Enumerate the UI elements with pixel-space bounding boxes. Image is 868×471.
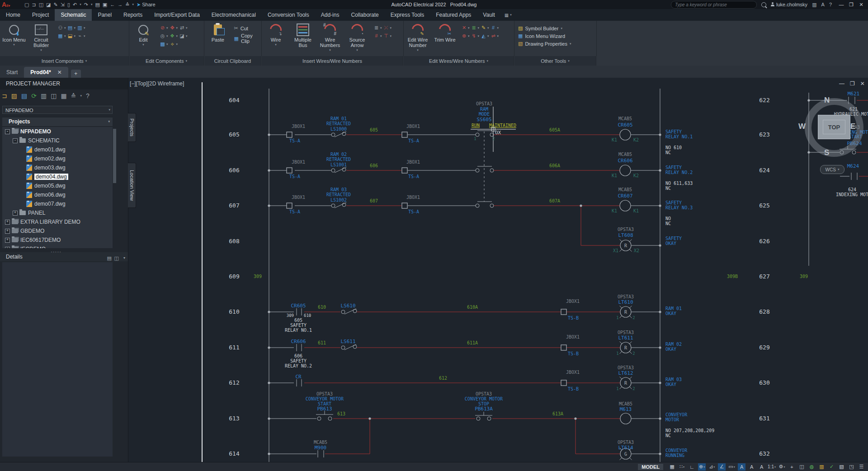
tree-scrollbar[interactable] xyxy=(113,128,117,247)
chevron-down-icon[interactable]: ▾ xyxy=(123,254,125,263)
autoscale-icon[interactable]: A xyxy=(748,463,755,471)
multiple-bus-button[interactable]: Multiple Bus xyxy=(290,24,316,48)
ribbon-tab-featured-apps[interactable]: Featured Apps xyxy=(430,9,477,21)
ribbon-tab-reports[interactable]: Reports xyxy=(118,9,148,21)
search-icon[interactable] xyxy=(761,2,766,7)
icon-menu-wizard-button[interactable]: ▦Icon Menu Wizard xyxy=(518,33,571,39)
drawing-list-report-icon[interactable]: ▦ xyxy=(61,92,66,99)
forward-icon[interactable]: → xyxy=(118,1,123,8)
insert-footprint-icon[interactable]: ▥▾ xyxy=(76,24,85,31)
ribbon-tab-add-ins[interactable]: Add-ins xyxy=(315,9,345,21)
refresh-icon[interactable]: ⟳ xyxy=(31,92,37,99)
annotation-scale-icon[interactable]: A xyxy=(758,463,765,471)
redo-icon-dropdown[interactable]: ▾ xyxy=(91,3,93,6)
save-all-icon[interactable]: ✎ xyxy=(53,1,57,8)
fullscreen-icon[interactable]: ◳ xyxy=(848,463,855,471)
viewport-controls[interactable]: [−][Top][2D Wireframe] xyxy=(130,80,184,87)
clean-screen-icon[interactable]: ▧ xyxy=(838,463,845,471)
alerts-icon[interactable]: A xyxy=(821,2,825,8)
delete-component-icon[interactable]: ⊘▾ xyxy=(159,24,168,31)
saveas-icon[interactable]: ◪ xyxy=(46,1,51,8)
tree-item-demo01dwg[interactable]: demo01.dwg xyxy=(2,145,113,154)
move-wire-number-icon[interactable]: #▾ xyxy=(490,24,499,31)
wire-cross-icon[interactable]: ⤬▾ xyxy=(383,24,392,31)
ladder-icon[interactable]: ≣▾ xyxy=(373,24,382,31)
source-arrow-button[interactable]: ◔Source Arrow▾ xyxy=(344,24,370,52)
attribute-table-icon[interactable]: ▩▾ xyxy=(159,41,168,47)
tree-item-demo07dwg[interactable]: demo07.dwg xyxy=(2,199,113,208)
undo-icon-dropdown[interactable]: ▾ xyxy=(80,3,81,6)
scoot-icon[interactable]: ⇄▾ xyxy=(179,24,188,31)
undo-icon[interactable]: ↶ xyxy=(73,1,77,8)
delete-wire-number-icon[interactable]: ✕▾ xyxy=(461,24,470,31)
ribbon-tab-conversion-tools[interactable]: Conversion Tools xyxy=(262,9,315,21)
close-button[interactable]: ✕ xyxy=(856,2,866,8)
tree-item-demo02dwg[interactable]: demo02.dwg xyxy=(2,154,113,163)
help-icon[interactable]: ? xyxy=(829,2,832,8)
signin-button[interactable]: luke.cholmsky xyxy=(771,2,807,7)
drawing-window-controls[interactable]: —❐✕ xyxy=(839,80,865,87)
workspace-switching-icon[interactable]: ⚙▾ xyxy=(778,463,786,471)
active-project-dropdown[interactable]: NFPADEMO▾ xyxy=(2,106,113,114)
insert-panel-icon[interactable]: ▤▾ xyxy=(67,24,76,31)
circuit-copy-icon[interactable]: ❖▾ xyxy=(169,33,178,39)
snap-mode-icon[interactable]: ∷▾ xyxy=(678,463,686,471)
tree-item-extralibrarydemo[interactable]: +EXTRA LIBRARY DEMO xyxy=(2,217,113,226)
copy-catalog-icon[interactable]: ◎▾ xyxy=(159,33,168,39)
save-icon[interactable]: ◫ xyxy=(39,1,43,8)
expand-icon[interactable]: + xyxy=(5,220,10,225)
edit-wire-icon[interactable]: ✎▾ xyxy=(480,24,489,31)
new-tab-button[interactable]: + xyxy=(71,70,81,78)
customization-menu-icon[interactable]: ☰ xyxy=(858,463,865,471)
copy-wire-number-icon[interactable]: ⊕▾ xyxy=(461,33,470,39)
close-tab-icon[interactable]: ✕ xyxy=(57,69,62,75)
trim-wire-button[interactable]: ✂Trim Wire xyxy=(432,24,458,42)
polar-tracking-icon[interactable]: ⊕▾ xyxy=(698,463,706,471)
ortho-mode-icon[interactable]: ∟ xyxy=(688,463,696,471)
tree-item-iecdemo[interactable]: +IECDEMO xyxy=(2,245,113,248)
panel-label[interactable]: Other Tools ▾ xyxy=(514,56,596,66)
tree-item-gbdemo[interactable]: +GBDEMO xyxy=(2,226,113,236)
open-project-icon[interactable]: ⊐ xyxy=(2,92,7,99)
isolate-objects-icon[interactable]: ◫ xyxy=(798,463,806,471)
ribbon-tab-express-tools[interactable]: Express Tools xyxy=(385,9,430,21)
collapse-icon[interactable]: - xyxy=(13,138,18,143)
tree-item-demo03dwg[interactable]: demo03.dwg xyxy=(2,163,113,172)
ribbon-tab-import-export-data[interactable]: Import/Export Data xyxy=(148,9,206,21)
wire-gap-icon[interactable]: ⊤▾ xyxy=(383,33,392,39)
ribbon-tab-vault[interactable]: Vault xyxy=(477,9,500,21)
surfer-icon[interactable]: ◪▾ xyxy=(179,33,188,39)
wcs-dropdown[interactable]: WCS▾ xyxy=(820,165,844,174)
side-tab-projects[interactable]: Projects xyxy=(128,113,136,142)
cut-button[interactable]: ✂Cut xyxy=(234,25,261,31)
viewcube-east[interactable]: E xyxy=(850,122,855,131)
file-tab-prod04[interactable]: Prod04*✕ xyxy=(24,67,68,78)
collapse-icon[interactable]: - xyxy=(5,129,10,134)
tree-item-demo06dwg[interactable]: demo06.dwg xyxy=(2,190,113,199)
tree-item-nfpademo[interactable]: -NFPADEMO xyxy=(2,127,113,136)
sheet-set-icon[interactable]: ▣ xyxy=(103,1,107,8)
search-input[interactable]: Type a keyword or phrase xyxy=(671,1,757,9)
panel-label[interactable]: Edit Components ▾ xyxy=(129,56,204,66)
plot-icon[interactable]: ≙ xyxy=(125,1,129,8)
tree-item-demo04dwg[interactable]: demo04.dwg xyxy=(2,172,113,181)
details-preview-icon[interactable]: ◫ xyxy=(114,254,119,263)
ribbon-display-toggle[interactable]: ▦ ▾ xyxy=(501,9,515,21)
scale-label[interactable]: 1:1▾ xyxy=(768,463,776,471)
symbol-builder-button[interactable]: ▨Symbol Builder▾ xyxy=(518,25,571,31)
insert-plc-icon[interactable]: ▦▾ xyxy=(57,33,66,39)
paste-button[interactable]: Paste xyxy=(205,24,231,42)
viewcube-west[interactable]: W xyxy=(798,122,806,131)
trusted-dwg-icon[interactable]: ▥ xyxy=(818,463,826,471)
cart-icon[interactable]: ▥ xyxy=(812,2,816,8)
side-tab-location-view[interactable]: Location View xyxy=(128,163,136,208)
details-list-icon[interactable]: ▤ xyxy=(107,254,112,263)
ribbon-tab-panel[interactable]: Panel xyxy=(92,9,118,21)
move-component-icon[interactable]: ✥▾ xyxy=(169,24,178,31)
maximize-button[interactable]: ❐ xyxy=(846,2,856,8)
flip-wire-number-icon[interactable]: ◭▾ xyxy=(480,33,489,39)
standards-check-icon[interactable]: ✓ xyxy=(828,463,835,471)
help-icon[interactable]: ? xyxy=(86,92,90,99)
open-icon[interactable]: ⊐ xyxy=(32,1,36,8)
viewcube-top-face[interactable]: TOP xyxy=(818,115,850,139)
